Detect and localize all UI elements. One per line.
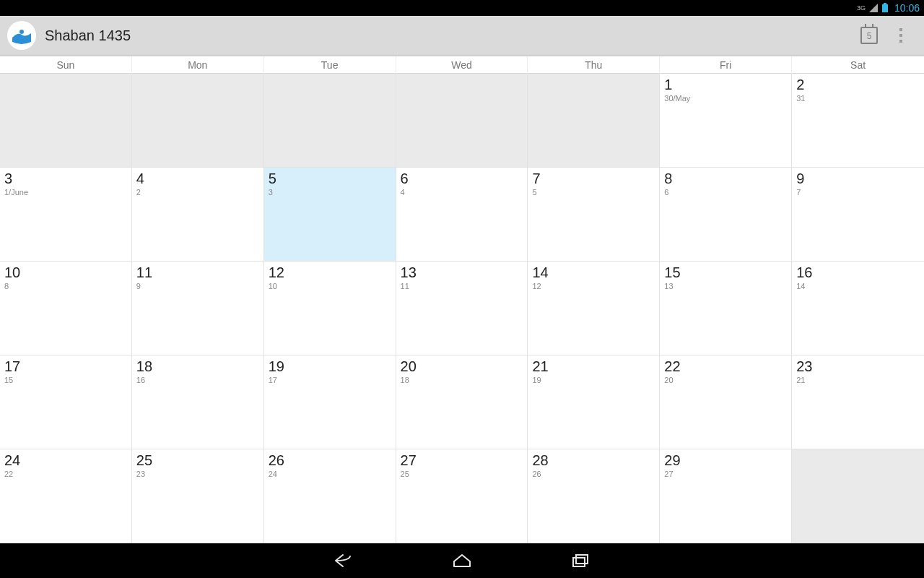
calendar-cell[interactable]: 1715 xyxy=(0,355,132,449)
gregorian-day: 12 xyxy=(532,282,655,290)
gregorian-day: 23 xyxy=(136,470,259,478)
hijri-day: 22 xyxy=(664,358,787,374)
network-3g-label: 3G xyxy=(857,4,866,12)
calendar-cell[interactable]: 1816 xyxy=(132,355,264,449)
weekday-sun: Sun xyxy=(0,56,132,74)
calendar-cell-blank xyxy=(264,74,396,168)
svg-rect-0 xyxy=(882,4,888,12)
hijri-day: 12 xyxy=(269,264,391,280)
calendar-cell-blank xyxy=(792,449,924,543)
svg-rect-1 xyxy=(884,3,886,4)
battery-icon xyxy=(881,3,889,13)
hijri-day: 5 xyxy=(269,171,391,186)
calendar-cell[interactable]: 2725 xyxy=(396,449,528,543)
hijri-day: 24 xyxy=(4,452,127,468)
home-icon xyxy=(452,552,472,569)
calendar-cell[interactable]: 2523 xyxy=(132,449,264,543)
gregorian-day: 6 xyxy=(664,188,787,197)
calendar-cell[interactable]: 2927 xyxy=(660,449,792,543)
hijri-day: 2 xyxy=(796,77,920,92)
gregorian-day: 15 xyxy=(4,376,127,384)
today-button[interactable]: 5 xyxy=(853,20,885,51)
calendar-cell[interactable]: 1614 xyxy=(792,262,924,355)
overflow-icon xyxy=(899,28,902,43)
gregorian-day: 17 xyxy=(269,376,391,384)
calendar-cell[interactable]: 2119 xyxy=(528,355,660,449)
gregorian-day: 21 xyxy=(796,376,920,384)
hijri-day: 25 xyxy=(136,452,259,468)
calendar-cell[interactable]: 1311 xyxy=(396,262,528,355)
hijri-day: 13 xyxy=(401,264,523,280)
gregorian-day: 4 xyxy=(401,188,523,197)
calendar-cell[interactable]: 75 xyxy=(528,168,660,262)
calendar-cell[interactable]: 64 xyxy=(396,168,528,262)
hijri-day: 7 xyxy=(532,171,655,186)
hijri-day: 3 xyxy=(4,171,127,186)
weekday-fri: Fri xyxy=(660,56,792,74)
calendar-cell[interactable]: 1210 xyxy=(264,262,396,355)
nav-home-button[interactable] xyxy=(446,545,478,577)
hijri-day: 1 xyxy=(664,77,787,92)
calendar-cell[interactable]: 231 xyxy=(792,74,924,168)
gregorian-day: 10 xyxy=(269,282,391,290)
system-nav-bar xyxy=(0,543,924,578)
gregorian-day: 19 xyxy=(532,376,655,384)
calendar-cell[interactable]: 130/May xyxy=(660,74,792,168)
svg-rect-4 xyxy=(573,558,585,566)
hijri-day: 26 xyxy=(269,452,391,468)
gregorian-day: 16 xyxy=(136,376,259,384)
calendar-cell[interactable]: 2018 xyxy=(396,355,528,449)
calendar-cell[interactable]: 2826 xyxy=(528,449,660,543)
nav-back-button[interactable] xyxy=(328,545,359,577)
hijri-day: 10 xyxy=(4,264,127,280)
hijri-day: 4 xyxy=(136,171,259,186)
hijri-day: 29 xyxy=(664,452,787,468)
gregorian-day: 27 xyxy=(664,470,787,478)
calendar-cell-blank xyxy=(396,74,528,168)
calendar-cell[interactable]: 86 xyxy=(660,168,792,262)
calendar-cell[interactable]: 53 xyxy=(264,168,396,262)
hijri-day: 21 xyxy=(532,358,655,374)
gregorian-day: 14 xyxy=(796,282,920,290)
weekday-sat: Sat xyxy=(792,56,924,74)
hijri-day: 14 xyxy=(532,264,655,280)
calendar-cell[interactable]: 31/June xyxy=(0,168,132,262)
app-icon[interactable] xyxy=(7,21,36,50)
gregorian-day: 22 xyxy=(4,470,127,478)
calendar-cell[interactable]: 42 xyxy=(132,168,264,262)
calendar-cell[interactable]: 2220 xyxy=(660,355,792,449)
weekday-wed: Wed xyxy=(396,56,528,74)
nav-recents-button[interactable] xyxy=(565,545,596,577)
gregorian-day: 11 xyxy=(401,282,523,290)
hijri-day: 16 xyxy=(796,264,920,280)
calendar-cell[interactable]: 108 xyxy=(0,262,132,355)
gregorian-day: 25 xyxy=(401,470,523,478)
gregorian-day: 5 xyxy=(532,188,655,197)
calendar-cell[interactable]: 1412 xyxy=(528,262,660,355)
signal-icon xyxy=(868,3,879,13)
hijri-day: 17 xyxy=(4,358,127,374)
gregorian-day: 20 xyxy=(664,376,787,384)
calendar-cell[interactable]: 2321 xyxy=(792,355,924,449)
calendar-cell-blank xyxy=(132,74,264,168)
gregorian-day: 18 xyxy=(401,376,523,384)
gregorian-day: 26 xyxy=(532,470,655,478)
calendar-cell[interactable]: 2624 xyxy=(264,449,396,543)
gregorian-day: 9 xyxy=(136,282,259,290)
calendar-grid: 130/May23131/June42536475869710811912101… xyxy=(0,74,924,543)
calendar-cell[interactable]: 2422 xyxy=(0,449,132,543)
calendar-cell[interactable]: 1513 xyxy=(660,262,792,355)
hijri-day: 9 xyxy=(796,171,920,186)
hijri-day: 6 xyxy=(401,171,523,186)
hijri-day: 11 xyxy=(136,264,259,280)
calendar-cell[interactable]: 119 xyxy=(132,262,264,355)
overflow-menu-button[interactable] xyxy=(885,20,917,51)
gregorian-day: 13 xyxy=(664,282,787,290)
calendar-today-icon: 5 xyxy=(860,27,878,44)
calendar-cell[interactable]: 97 xyxy=(792,168,924,262)
back-icon xyxy=(333,552,354,569)
calendar-cell[interactable]: 1917 xyxy=(264,355,396,449)
calendar-cell-blank xyxy=(0,74,132,168)
status-bar: 3G 10:06 xyxy=(0,0,924,16)
status-clock: 10:06 xyxy=(894,2,920,14)
